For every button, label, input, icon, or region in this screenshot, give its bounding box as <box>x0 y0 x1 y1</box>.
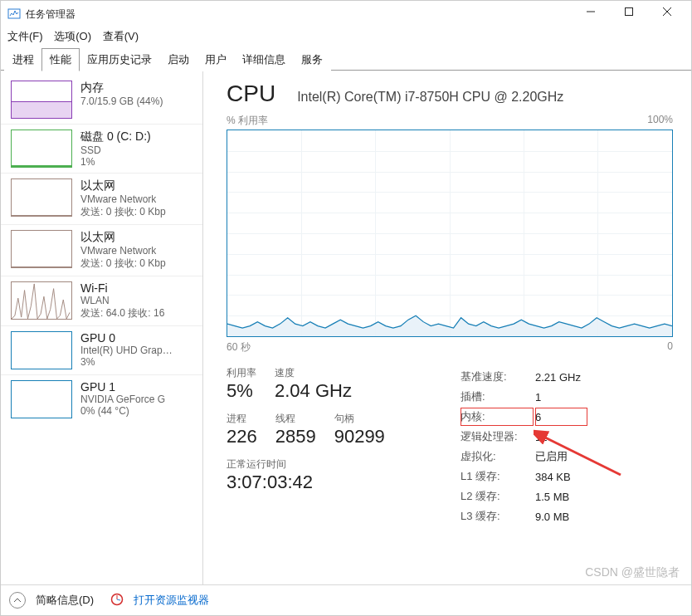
sidebar-item-memory[interactable]: 内存 7.0/15.9 GB (44%) <box>1 76 202 124</box>
sidebar-sub: Intel(R) UHD Grap… <box>80 345 173 356</box>
ethernet-thumb <box>11 178 72 217</box>
window-title: 任务管理器 <box>26 7 76 22</box>
minimize-button[interactable] <box>577 2 615 27</box>
menu-options[interactable]: 选项(O) <box>54 30 91 42</box>
svg-rect-2 <box>626 8 633 16</box>
tab-users[interactable]: 用户 <box>197 48 235 71</box>
sidebar-sub: VMware Network <box>80 245 166 257</box>
tab-performance[interactable]: 性能 <box>41 48 80 71</box>
sidebar-title: 以太网 <box>80 230 166 245</box>
sidebar-sub2: 3% <box>80 356 173 368</box>
menubar: 文件(F) 选项(O) 查看(V) <box>1 27 691 49</box>
stat-label: 线程 <box>275 412 316 426</box>
sidebar-item-gpu-0[interactable]: GPU 0 Intel(R) UHD Grap… 3% <box>1 325 202 374</box>
stat-right-value: 2.21 GHz <box>535 368 587 386</box>
sidebar: 内存 7.0/15.9 GB (44%) 磁盘 0 (C: D:) SSD 1%… <box>1 71 203 584</box>
stats-right-column: 基准速度:2.21 GHz插槽:1内核:6逻辑处理器:12虚拟化:已启用L1 缓… <box>459 366 589 527</box>
speed-value: 2.04 GHz <box>275 380 352 402</box>
sidebar-item-ethernet-2[interactable]: 以太网 VMware Network 发送: 0 接收: 0 Kbp <box>1 224 202 276</box>
stat-label: 句柄 <box>334 412 385 426</box>
sidebar-sub2: 发送: 0 接收: 0 Kbp <box>80 205 166 219</box>
svg-marker-5 <box>227 315 672 336</box>
wifi-thumb <box>11 281 72 320</box>
resmon-icon <box>110 593 124 609</box>
chart-label-left: % 利用率 <box>227 114 268 128</box>
tab-services[interactable]: 服务 <box>293 48 331 71</box>
stat-row: 逻辑处理器:12 <box>461 428 587 446</box>
tab-app-history[interactable]: 应用历史记录 <box>79 48 160 71</box>
stat-row: 插槽:1 <box>461 388 587 406</box>
main-panel: CPU Intel(R) Core(TM) i7-8750H CPU @ 2.2… <box>203 71 691 584</box>
stat-right-value: 已启用 <box>535 447 587 466</box>
sidebar-sub2: 1% <box>80 156 151 168</box>
handles-value: 90299 <box>334 426 385 447</box>
footer: 简略信息(D) 打开资源监视器 <box>1 584 691 615</box>
sidebar-sub2: 发送: 0 接收: 0 Kbp <box>80 257 166 271</box>
sidebar-sub: SSD <box>80 144 151 156</box>
stat-label: 利用率 <box>227 366 256 380</box>
collapse-button[interactable] <box>9 592 26 609</box>
stat-row: 内核:6 <box>461 408 587 426</box>
utilization-value: 5% <box>227 380 256 402</box>
sidebar-title: GPU 0 <box>80 331 173 345</box>
page-title: CPU <box>227 81 275 107</box>
stat-right-value: 1 <box>535 388 587 406</box>
sidebar-item-gpu-1[interactable]: GPU 1 NVIDIA GeForce G 0% (44 °C) <box>1 374 202 423</box>
sidebar-item-ethernet-1[interactable]: 以太网 VMware Network 发送: 0 接收: 0 Kbp <box>1 173 202 224</box>
axis-right: 0 <box>667 340 673 354</box>
sidebar-title: GPU 1 <box>80 380 165 394</box>
stat-row: L3 缓存:9.0 MB <box>461 507 587 526</box>
sidebar-sub: NVIDIA GeForce G <box>80 394 165 405</box>
window-controls <box>577 2 691 27</box>
maximize-button[interactable] <box>615 2 653 27</box>
stat-row: L1 缓存:384 KB <box>461 467 587 486</box>
cpu-chart[interactable] <box>227 130 673 337</box>
svg-line-8 <box>117 599 120 600</box>
stat-right-label: L3 缓存: <box>461 507 534 526</box>
chart-label-right: 100% <box>647 114 673 128</box>
brief-info-link[interactable]: 简略信息(D) <box>36 593 94 608</box>
tabbar: 进程 性能 应用历史记录 启动 用户 详细信息 服务 <box>1 49 691 71</box>
chart-line <box>227 130 672 336</box>
stat-right-label: 内核: <box>461 408 534 426</box>
stat-right-label: 虚拟化: <box>461 447 534 466</box>
stat-right-value: 12 <box>535 428 587 446</box>
menu-file[interactable]: 文件(F) <box>7 30 43 42</box>
stat-right-value: 9.0 MB <box>535 507 587 526</box>
sidebar-title: Wi-Fi <box>80 281 164 295</box>
close-button[interactable] <box>653 2 691 27</box>
threads-value: 2859 <box>275 426 316 447</box>
sidebar-title: 内存 <box>80 81 163 95</box>
memory-thumb <box>11 81 72 119</box>
tab-processes[interactable]: 进程 <box>4 48 42 71</box>
sidebar-item-wifi[interactable]: Wi-Fi WLAN 发送: 64.0 接收: 16 <box>1 276 202 325</box>
stat-right-label: 基准速度: <box>461 368 534 386</box>
stat-right-value: 6 <box>535 408 587 426</box>
stat-right-label: 逻辑处理器: <box>461 428 534 446</box>
tab-startup[interactable]: 启动 <box>159 48 197 71</box>
disk-thumb <box>11 130 72 168</box>
menu-view[interactable]: 查看(V) <box>103 30 139 42</box>
stat-row: 虚拟化:已启用 <box>461 447 587 466</box>
axis-left: 60 秒 <box>227 340 251 354</box>
stat-right-label: L1 缓存: <box>461 467 534 486</box>
stat-label: 速度 <box>275 366 352 380</box>
stat-right-value: 384 KB <box>535 467 587 486</box>
cpu-model: Intel(R) Core(TM) i7-8750H CPU @ 2.20GHz <box>297 90 563 105</box>
sidebar-sub: VMware Network <box>80 193 166 205</box>
app-icon <box>7 7 26 22</box>
gpu-thumb <box>11 331 72 369</box>
sidebar-sub2: 发送: 64.0 接收: 16 <box>80 306 164 320</box>
tab-details[interactable]: 详细信息 <box>234 48 294 71</box>
sidebar-sub: 7.0/15.9 GB (44%) <box>80 95 163 107</box>
sidebar-item-disk[interactable]: 磁盘 0 (C: D:) SSD 1% <box>1 124 202 173</box>
open-resmon-link[interactable]: 打开资源监视器 <box>134 593 209 608</box>
uptime-label: 正常运行时间 <box>227 457 417 472</box>
stats-left-column: 利用率5% 速度2.04 GHz 进程226 线程2859 句柄90299 正常… <box>227 366 417 527</box>
processes-value: 226 <box>227 426 257 447</box>
titlebar: 任务管理器 <box>1 1 691 27</box>
stat-right-label: 插槽: <box>461 388 534 406</box>
stat-label: 进程 <box>227 412 257 426</box>
sidebar-title: 磁盘 0 (C: D:) <box>80 130 151 144</box>
sidebar-sub: WLAN <box>80 295 164 306</box>
